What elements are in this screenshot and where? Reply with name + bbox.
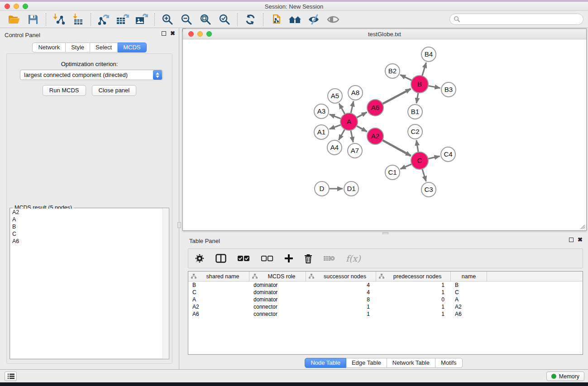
graph-node-C[interactable]: C — [411, 152, 428, 169]
hide-graphics-details-icon[interactable] — [305, 12, 324, 27]
export-table-icon[interactable] — [113, 12, 132, 27]
float-panel-icon[interactable] — [162, 31, 166, 36]
float-table-panel-icon[interactable] — [569, 238, 574, 242]
export-network-icon[interactable] — [94, 12, 113, 27]
open-session-icon[interactable] — [5, 12, 24, 27]
graph-node-A4[interactable]: A4 — [327, 140, 342, 155]
clone-network-icon[interactable] — [267, 12, 286, 27]
vertical-splitter-handle[interactable] — [177, 222, 181, 228]
graph-node-D[interactable]: D — [315, 181, 329, 196]
graph-node-B1[interactable]: B1 — [408, 105, 422, 119]
graph-node-A5[interactable]: A5 — [328, 89, 342, 103]
run-mcds-button[interactable]: Run MCDS — [43, 85, 86, 96]
show-graphics-details-icon[interactable] — [324, 12, 343, 27]
mcds-result-scrollbar[interactable] — [163, 208, 169, 359]
memory-button[interactable]: Memory — [546, 372, 584, 381]
tab-network[interactable]: Network — [32, 43, 66, 52]
graph-node-C2[interactable]: C2 — [408, 124, 422, 139]
tab-select[interactable]: Select — [90, 43, 118, 52]
graph-node-B[interactable]: B — [411, 76, 428, 93]
zoom-fit-icon[interactable] — [196, 12, 215, 27]
table-row[interactable]: A2connector11A2 — [188, 303, 583, 310]
mcds-result-item[interactable]: C — [10, 230, 168, 238]
save-session-icon[interactable] — [24, 12, 43, 27]
table-cell: 1 — [376, 281, 451, 289]
graph-node-B2[interactable]: B2 — [385, 64, 400, 78]
graph-node-C3[interactable]: C3 — [421, 182, 436, 197]
tab-style[interactable]: Style — [66, 43, 90, 52]
create-column-icon[interactable] — [284, 254, 293, 263]
graph-node-A1[interactable]: A1 — [314, 125, 329, 139]
toolbar-separator — [237, 13, 238, 26]
network-canvas[interactable]: B4B2BB3A8A5A6A3B1AA1C2A2A4A7C4CC1C3DD1 — [183, 39, 586, 230]
table-row[interactable]: Bdominator41B — [188, 281, 583, 289]
main-content: Control Panel ✖ NetworkStyleSelectMCDS O… — [0, 28, 588, 369]
graph-node-A[interactable]: A — [340, 113, 358, 130]
zoom-in-icon[interactable] — [158, 12, 177, 27]
import-network-icon[interactable] — [49, 12, 68, 27]
close-panel-icon[interactable]: ✖ — [170, 31, 175, 36]
column-header-predecessor-nodes[interactable]: predecessor nodes — [376, 272, 451, 281]
mcds-result-item[interactable]: A6 — [10, 238, 168, 245]
mcds-result-list[interactable]: A2ABCA6 — [10, 209, 168, 358]
table-cell: dominator — [249, 281, 306, 289]
search-input[interactable] — [460, 16, 583, 23]
table-mode-icon[interactable] — [215, 254, 226, 263]
graph-node-label: A3 — [317, 107, 325, 115]
settings-gear-icon[interactable] — [195, 253, 205, 263]
graph-node-label: D1 — [347, 185, 355, 192]
network-overview-icon[interactable] — [286, 12, 305, 27]
mcds-result-item[interactable]: A2 — [10, 209, 168, 216]
status-bar: Memory — [0, 369, 588, 382]
graph-node-label: A6 — [371, 104, 379, 111]
select-all-icon[interactable] — [237, 255, 250, 262]
column-header-MCDS-role[interactable]: MCDS role — [249, 272, 306, 281]
panel-menu-button[interactable] — [5, 372, 17, 381]
graph-node-label: D — [320, 185, 325, 192]
graph-node-B4[interactable]: B4 — [421, 47, 436, 62]
control-panel: Control Panel ✖ NetworkStyleSelectMCDS O… — [0, 28, 179, 369]
delete-column-icon[interactable] — [304, 254, 312, 263]
graph-node-B3[interactable]: B3 — [441, 82, 456, 97]
graph-node-A2[interactable]: A2 — [367, 128, 383, 144]
table-cell: dominator — [249, 296, 306, 303]
function-builder-icon[interactable]: f(x) — [346, 253, 361, 263]
zoom-out-icon[interactable] — [177, 12, 196, 27]
graph-node-A8[interactable]: A8 — [348, 86, 363, 100]
graph-node-D1[interactable]: D1 — [344, 181, 359, 196]
graph-node-C1[interactable]: C1 — [385, 165, 400, 180]
mcds-result-item[interactable]: B — [10, 223, 168, 230]
graph-node-A7[interactable]: A7 — [348, 143, 362, 158]
graph-node-label: A1 — [317, 128, 325, 136]
column-header-label: shared name — [196, 273, 249, 280]
tab-edge-table[interactable]: Edge Table — [346, 358, 387, 368]
graph-node-C4[interactable]: C4 — [441, 147, 455, 162]
column-header-shared-name[interactable]: shared name — [188, 272, 249, 281]
column-type-icon — [191, 274, 196, 279]
graph-node-A3[interactable]: A3 — [314, 104, 329, 119]
close-table-panel-icon[interactable]: ✖ — [578, 238, 583, 242]
table-row[interactable]: Cdominator41C — [188, 289, 583, 296]
mcds-result-item[interactable]: A — [10, 216, 168, 223]
table-row[interactable]: Adominator80A — [188, 296, 583, 303]
export-image-icon[interactable] — [132, 12, 151, 27]
zoom-selected-icon[interactable] — [215, 12, 234, 27]
deselect-all-icon[interactable] — [261, 255, 273, 262]
tab-node-table[interactable]: Node Table — [305, 358, 346, 368]
table-cell: B — [188, 281, 249, 289]
column-header-name[interactable]: name — [451, 272, 487, 281]
tab-network-table[interactable]: Network Table — [387, 358, 435, 368]
delete-table-icon[interactable] — [323, 255, 335, 262]
column-header-successor-nodes[interactable]: successor nodes — [306, 272, 376, 281]
criterion-select-value: largest connected component (directed) — [20, 71, 153, 78]
table-row[interactable]: A6connector11A6 — [188, 310, 583, 318]
tab-motifs[interactable]: Motifs — [435, 358, 463, 368]
criterion-select[interactable]: largest connected component (directed) — [20, 70, 163, 80]
close-panel-button[interactable]: Close panel — [92, 85, 137, 96]
table-cell: 1 — [376, 310, 451, 318]
import-table-icon[interactable] — [68, 12, 87, 27]
resize-grip-icon[interactable] — [579, 223, 585, 229]
tab-mcds[interactable]: MCDS — [118, 43, 146, 52]
refresh-icon[interactable] — [241, 12, 260, 27]
graph-node-A6[interactable]: A6 — [367, 100, 383, 116]
